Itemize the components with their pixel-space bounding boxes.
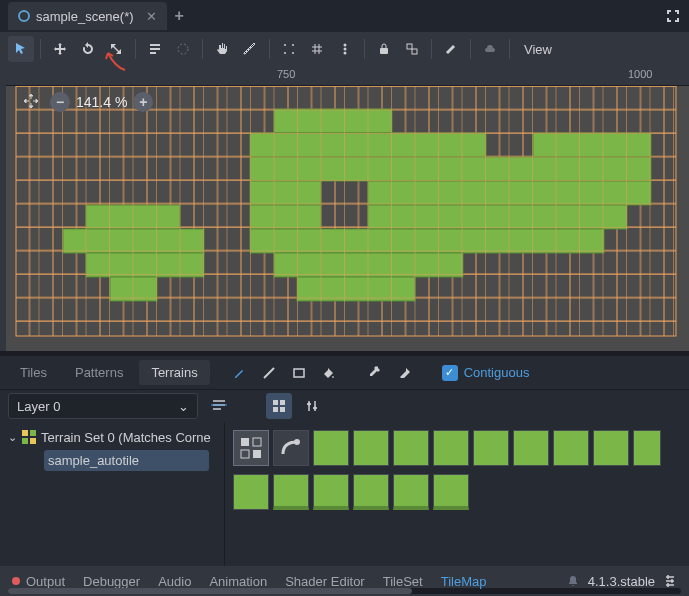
svg-rect-32 [16,86,676,336]
viewport[interactable]: 750 1000 [0,66,689,351]
options-icon[interactable] [332,36,358,62]
chevron-down-icon: ⌄ [178,399,189,414]
tab-patterns[interactable]: Patterns [63,360,135,385]
palette-tile[interactable] [273,474,309,510]
canvas[interactable] [6,86,689,351]
picker-tool[interactable] [362,360,388,386]
palette-tile[interactable] [233,474,269,510]
palette-tile[interactable] [433,430,469,466]
settings-icon[interactable] [663,574,677,588]
svg-point-4 [284,44,286,46]
line-tool[interactable] [256,360,282,386]
svg-rect-39 [273,407,278,412]
terrain-set-icon [21,429,37,445]
svg-rect-40 [280,407,285,412]
palette-path-tool[interactable] [273,430,309,466]
svg-rect-47 [241,438,249,446]
eraser-tool[interactable] [392,360,418,386]
output-indicator [12,577,20,585]
panel-tabs: Tiles Patterns Terrains ✓ Contiguous [0,356,689,390]
palette-connect-tool[interactable] [233,430,269,466]
zoom-out-button[interactable]: − [50,92,70,112]
cloud-icon[interactable] [477,36,503,62]
move-tool[interactable] [47,36,73,62]
rect-tool[interactable] [286,360,312,386]
list-tool[interactable] [142,36,168,62]
palette-tile[interactable] [353,430,389,466]
status-debugger[interactable]: Debugger [83,574,140,589]
ruler-tick-750: 750 [277,68,295,80]
dashed-tool[interactable] [170,36,196,62]
status-output[interactable]: Output [26,574,65,589]
bucket-tool[interactable] [316,360,342,386]
highlight-layer-button[interactable] [206,393,232,419]
svg-point-7 [292,52,294,54]
select-tool[interactable] [8,36,34,62]
add-tab-button[interactable]: + [175,7,184,25]
chevron-down-icon: ⌄ [8,431,17,444]
tab-terrains[interactable]: Terrains [139,360,209,385]
palette-tile[interactable] [313,474,349,510]
scene-tab-label: sample_scene(*) [36,9,134,24]
zoom-level[interactable]: 141.4 % [76,94,127,110]
palette-tile[interactable] [393,474,429,510]
status-animation[interactable]: Animation [209,574,267,589]
svg-point-5 [292,44,294,46]
svg-rect-0 [150,44,160,46]
bell-icon[interactable] [566,574,580,588]
grid-snap-tool[interactable] [304,36,330,62]
snap-dots-tool[interactable] [276,36,302,62]
status-shader[interactable]: Shader Editor [285,574,365,589]
svg-rect-35 [294,369,304,377]
paint-tool[interactable] [226,360,252,386]
close-tab-icon[interactable]: ✕ [146,9,157,24]
svg-rect-1 [150,48,160,50]
svg-rect-50 [253,438,261,446]
zoom-in-button[interactable]: + [133,92,153,112]
status-tilemap[interactable]: TileMap [441,574,487,589]
view-menu[interactable]: View [516,42,560,57]
center-view-icon[interactable] [22,92,40,110]
tab-tiles[interactable]: Tiles [8,360,59,385]
tilemap-panel: Tiles Patterns Terrains ✓ Contiguous Lay… [0,356,689,566]
svg-rect-12 [407,44,412,49]
status-tileset[interactable]: TileSet [383,574,423,589]
palette-tile[interactable] [433,474,469,510]
palette-tile[interactable] [553,430,589,466]
layer-select[interactable]: Layer 0 ⌄ [8,393,198,419]
version-info: 4.1.3.stable [566,574,677,589]
layer-row: Layer 0 ⌄ [0,390,689,422]
svg-rect-36 [211,404,227,406]
svg-rect-48 [253,450,261,458]
pan-tool[interactable] [209,36,235,62]
grid-view-button[interactable] [266,393,292,419]
layer-select-label: Layer 0 [17,399,60,414]
ruler-tool[interactable] [237,36,263,62]
settings-button[interactable] [300,393,326,419]
palette-tile[interactable] [473,430,509,466]
lock-icon[interactable] [371,36,397,62]
scale-tool[interactable] [103,36,129,62]
rotate-tool[interactable] [75,36,101,62]
palette-tile[interactable] [313,430,349,466]
checkbox-icon: ✓ [442,365,458,381]
palette-tile[interactable] [513,430,549,466]
svg-point-6 [284,52,286,54]
terrain-set-item[interactable]: ⌄ Terrain Set 0 (Matches Corne [4,426,220,448]
palette-tile[interactable] [393,430,429,466]
palette-tile[interactable] [633,430,661,466]
scene-icon [18,10,30,22]
status-audio[interactable]: Audio [158,574,191,589]
autotile-item[interactable]: sample_autotile [44,450,209,471]
scene-tab[interactable]: sample_scene(*) ✕ [8,2,167,30]
ruler-tick-1000: 1000 [628,68,652,80]
expand-icon[interactable] [665,8,681,24]
svg-rect-49 [241,450,249,458]
tile-palette [225,422,689,566]
ruler-horizontal: 750 1000 [0,66,689,86]
contiguous-checkbox[interactable]: ✓ Contiguous [442,365,530,381]
bone-icon[interactable] [438,36,464,62]
group-icon[interactable] [399,36,425,62]
palette-tile[interactable] [593,430,629,466]
palette-tile[interactable] [353,474,389,510]
